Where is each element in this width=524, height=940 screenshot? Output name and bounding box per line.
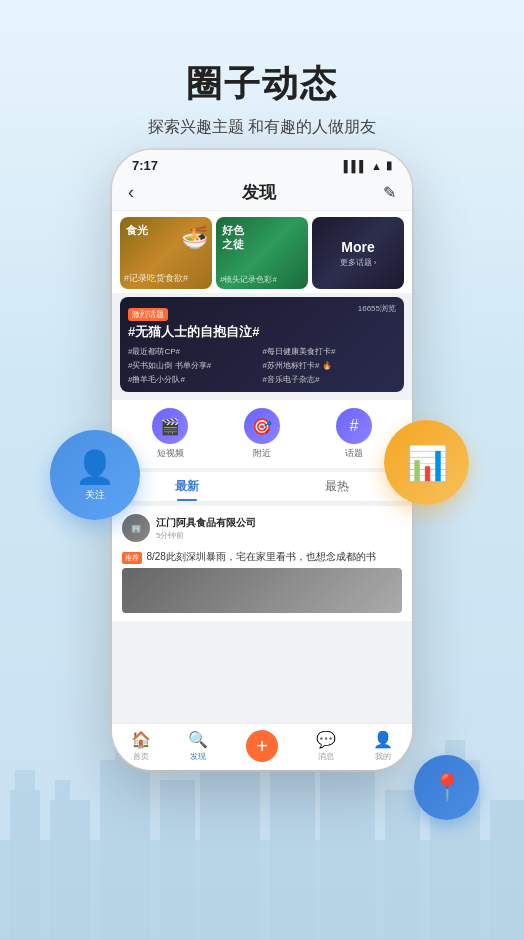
follow-bubble-icon: 👤 [75,448,115,486]
food-card-icon: 🍜 [181,225,208,251]
nav-discover[interactable]: 🔍 发现 [188,730,208,762]
hot-tag-3: #买书如山倒 书单分享# [128,359,262,372]
color-card-text: #镜头记录色彩# [220,274,304,285]
nav-home[interactable]: 🏠 首页 [131,730,151,762]
hot-tag-2: #每日健康美食打卡# [263,345,397,358]
food-card-text: #记录吃货食欲# [124,272,208,285]
topic-icon: # [336,408,372,444]
hot-topic-badge: 激烈话题 [128,308,168,321]
phone-mockup: 7:17 ▌▌▌ ▲ ▮ ‹ 发现 ✎ 食光 🍜 #记录吃货食欲# [112,150,412,770]
hot-topic-title: #无猫人士的自抱自泣# [128,323,396,341]
banner-more[interactable]: More 更多话题 › [312,217,404,289]
post-tag: 推荐 [122,552,142,564]
nearby-label: 附近 [253,447,271,460]
category-nearby[interactable]: 🎯 附近 [244,408,280,460]
hero-subtitle: 探索兴趣主题 和有趣的人做朋友 [148,117,376,138]
svg-rect-3 [50,800,90,940]
color-card-title: 好色之徒 [222,223,244,252]
video-label: 短视频 [157,447,184,460]
back-button[interactable]: ‹ [128,182,134,203]
discover-icon: 🔍 [188,730,208,749]
post-header: 🏢 江门阿具食品有限公司 5分钟前 [122,514,402,542]
category-video[interactable]: 🎬 短视频 [152,408,188,460]
bubble-location[interactable]: 📍 [414,755,479,820]
svg-rect-1 [10,790,40,940]
post-time: 5分钟前 [156,530,402,541]
more-card-title: More [341,239,374,255]
svg-rect-11 [320,750,375,940]
svg-rect-13 [385,790,420,940]
hero-title: 圈子动态 [186,60,338,109]
messages-icon: 💬 [316,730,336,749]
post-username: 江门阿具食品有限公司 [156,516,402,530]
discover-label: 发现 [190,751,206,762]
hot-tag-1: #最近都萌CP# [128,345,262,358]
stats-bubble-icon: 📊 [406,443,448,483]
more-card-subtitle: 更多话题 › [340,257,377,268]
post-content: 8/28此刻深圳暴雨，宅在家里看书，也想念成都的书 [146,551,375,562]
nav-profile[interactable]: 👤 我的 [373,730,393,762]
edit-button[interactable]: ✎ [383,183,396,202]
post-item[interactable]: 🏢 江门阿具食品有限公司 5分钟前 推荐 8/28此刻深圳暴雨，宅在家里看书，也… [112,506,412,621]
hot-topic-banner[interactable]: 激烈话题 #无猫人士的自抱自泣# 16655浏览 #最近都萌CP# #每日健康美… [120,297,404,392]
nearby-icon: 🎯 [244,408,280,444]
profile-label: 我的 [375,751,391,762]
svg-rect-7 [160,780,195,940]
hot-topic-tags: #最近都萌CP# #每日健康美食打卡# #买书如山倒 书单分享# #苏州地标打卡… [128,345,396,386]
phone-navbar: ‹ 发现 ✎ [112,177,412,211]
hot-tag-4: #苏州地标打卡# 🔥 [263,359,397,372]
status-time: 7:17 [132,158,158,173]
post-user-info: 江门阿具食品有限公司 5分钟前 [156,516,402,541]
hot-tag-6: #音乐电子杂志# [263,373,397,386]
svg-rect-10 [270,770,315,940]
profile-icon: 👤 [373,730,393,749]
svg-rect-5 [100,760,150,940]
hot-topic-count: 16655浏览 [358,303,396,314]
location-bubble-icon: 📍 [431,772,463,803]
banner-row: 食光 🍜 #记录吃货食欲# 好色之徒 #镜头记录色彩# More 更多话题 › [112,211,412,293]
status-icons: ▌▌▌ ▲ ▮ [344,159,392,172]
content-tabs: 最新 最热 [112,472,412,502]
bubble-follow[interactable]: 👤 关注 [50,430,140,520]
svg-rect-8 [200,740,260,940]
home-label: 首页 [133,751,149,762]
svg-rect-4 [55,780,70,805]
home-icon: 🏠 [131,730,151,749]
banner-color[interactable]: 好色之徒 #镜头记录色彩# [216,217,308,289]
messages-label: 消息 [318,751,334,762]
phone-status-bar: 7:17 ▌▌▌ ▲ ▮ [112,150,412,177]
bubble-stats[interactable]: 📊 [384,420,469,505]
nav-add[interactable]: + [246,730,278,762]
category-row: 🎬 短视频 🎯 附近 # 话题 [112,400,412,468]
signal-icon: ▌▌▌ [344,160,367,172]
video-icon: 🎬 [152,408,188,444]
battery-icon: ▮ [386,159,392,172]
nav-messages[interactable]: 💬 消息 [316,730,336,762]
post-avatar: 🏢 [122,514,150,542]
category-topic[interactable]: # 话题 [336,408,372,460]
topic-label: 话题 [345,447,363,460]
nav-title: 发现 [242,181,276,204]
wifi-icon: ▲ [371,160,382,172]
add-icon[interactable]: + [246,730,278,762]
phone-content: 食光 🍜 #记录吃货食欲# 好色之徒 #镜头记录色彩# More 更多话题 › … [112,211,412,723]
banner-food[interactable]: 食光 🍜 #记录吃货食欲# [120,217,212,289]
post-image [122,568,402,613]
svg-rect-2 [15,770,35,800]
hot-tag-5: #撸羊毛小分队# [128,373,262,386]
page-container: 圈子动态 探索兴趣主题 和有趣的人做朋友 7:17 ▌▌▌ ▲ ▮ ‹ 发现 ✎… [0,0,524,940]
svg-rect-16 [490,800,524,940]
phone-bottom-nav: 🏠 首页 🔍 发现 + 💬 消息 👤 我的 [112,723,412,770]
follow-bubble-label: 关注 [85,488,105,502]
